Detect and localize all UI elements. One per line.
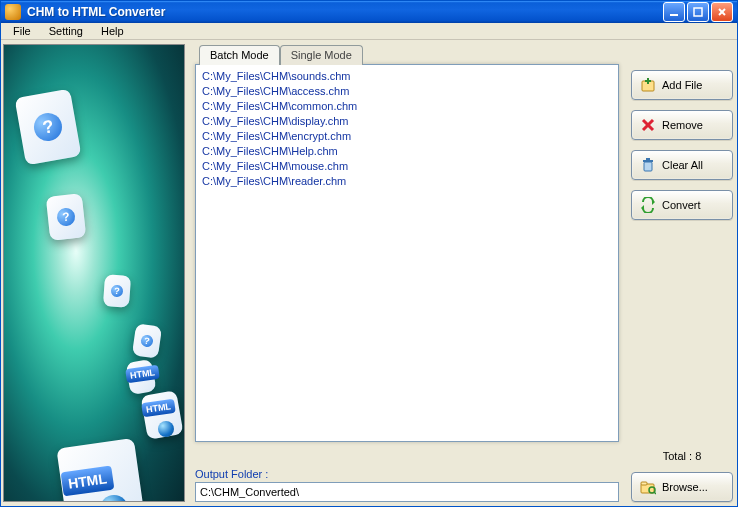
client-area: ? ? ? ? HTML HTML HTML Batch Mode Single… — [1, 40, 737, 506]
file-list-item[interactable]: C:\My_Files\CHM\sounds.chm — [202, 69, 612, 84]
file-list-wrap: C:\My_Files\CHM\sounds.chmC:\My_Files\CH… — [195, 64, 619, 442]
browse-icon — [640, 479, 656, 495]
output-folder-label: Output Folder : — [195, 468, 619, 480]
add-file-button[interactable]: Add File — [631, 70, 733, 100]
remove-label: Remove — [662, 119, 703, 131]
close-button[interactable] — [711, 2, 733, 22]
total-row: Total : 8 — [195, 442, 733, 462]
menu-help[interactable]: Help — [93, 23, 132, 39]
decorative-sidebar: ? ? ? ? HTML HTML HTML — [3, 44, 185, 502]
window-title: CHM to HTML Converter — [27, 5, 663, 19]
minimize-button[interactable] — [663, 2, 685, 22]
main-panel: Batch Mode Single Mode C:\My_Files\CHM\s… — [185, 44, 733, 502]
add-file-icon — [640, 77, 656, 93]
close-icon — [717, 7, 727, 17]
maximize-icon — [693, 7, 703, 17]
app-icon — [5, 4, 21, 20]
menu-file[interactable]: File — [5, 23, 39, 39]
clear-all-button[interactable]: Clear All — [631, 150, 733, 180]
maximize-button[interactable] — [687, 2, 709, 22]
svg-rect-11 — [646, 158, 650, 160]
question-doc-icon: ? — [103, 274, 131, 308]
window-controls — [663, 2, 733, 22]
svg-rect-15 — [641, 482, 647, 485]
svg-rect-10 — [643, 160, 653, 162]
svg-rect-9 — [644, 162, 652, 171]
minimize-icon — [669, 7, 679, 17]
menu-setting[interactable]: Setting — [41, 23, 91, 39]
file-list-item[interactable]: C:\My_Files\CHM\access.chm — [202, 84, 612, 99]
file-list-item[interactable]: C:\My_Files\CHM\mouse.chm — [202, 159, 612, 174]
clear-all-label: Clear All — [662, 159, 703, 171]
titlebar: CHM to HTML Converter — [1, 1, 737, 23]
file-list-item[interactable]: C:\My_Files\CHM\encrypt.chm — [202, 129, 612, 144]
action-buttons: Add File Remove Clear All — [631, 64, 733, 442]
question-doc-icon: ? — [15, 89, 82, 166]
clear-all-icon — [640, 157, 656, 173]
output-row: Output Folder : Browse... — [195, 468, 733, 502]
total-count: Total : 8 — [631, 450, 733, 462]
tab-single-mode[interactable]: Single Mode — [280, 45, 363, 65]
file-list-item[interactable]: C:\My_Files\CHM\reader.chm — [202, 174, 612, 189]
question-doc-icon: ? — [132, 323, 162, 358]
file-list[interactable]: C:\My_Files\CHM\sounds.chmC:\My_Files\CH… — [195, 64, 619, 442]
remove-button[interactable]: Remove — [631, 110, 733, 140]
svg-line-17 — [654, 492, 656, 494]
svg-rect-1 — [694, 8, 702, 16]
question-doc-icon: ? — [46, 193, 86, 241]
add-file-label: Add File — [662, 79, 702, 91]
convert-label: Convert — [662, 199, 701, 211]
convert-button[interactable]: Convert — [631, 190, 733, 220]
panel-row: C:\My_Files\CHM\sounds.chmC:\My_Files\CH… — [195, 64, 733, 442]
app-window: CHM to HTML Converter File Setting Help … — [0, 0, 738, 507]
file-list-item[interactable]: C:\My_Files\CHM\display.chm — [202, 114, 612, 129]
output-column: Output Folder : — [195, 468, 619, 502]
browse-button[interactable]: Browse... — [631, 472, 733, 502]
globe-icon — [158, 421, 174, 437]
svg-rect-0 — [670, 14, 678, 16]
file-list-item[interactable]: C:\My_Files\CHM\Help.chm — [202, 144, 612, 159]
tab-batch-mode[interactable]: Batch Mode — [199, 45, 280, 65]
file-list-item[interactable]: C:\My_Files\CHM\common.chm — [202, 99, 612, 114]
output-folder-input[interactable] — [195, 482, 619, 502]
svg-rect-6 — [645, 80, 651, 82]
mode-tabs: Batch Mode Single Mode — [199, 44, 733, 64]
browse-label: Browse... — [662, 481, 708, 493]
convert-icon — [640, 197, 656, 213]
menubar: File Setting Help — [1, 23, 737, 40]
remove-icon — [640, 117, 656, 133]
